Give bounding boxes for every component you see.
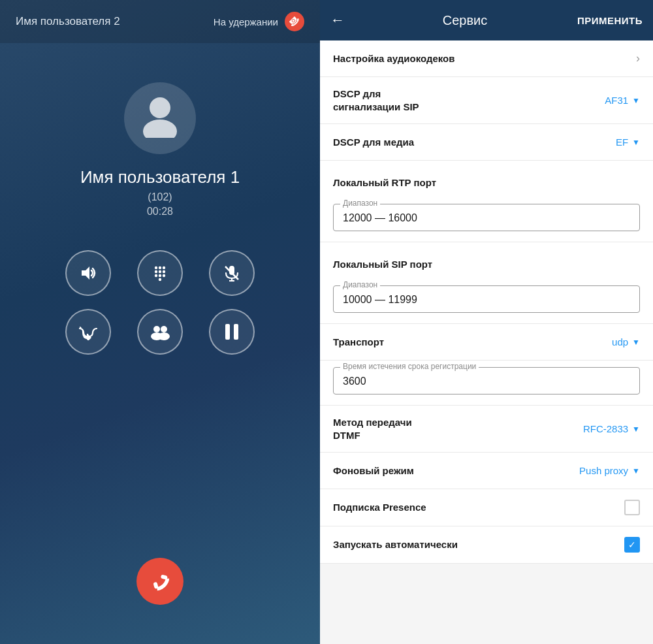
transport-dropdown-icon: ▼ (632, 338, 640, 347)
controls-row-2 (65, 309, 255, 355)
end-call-icon[interactable]: ☎ (281, 8, 308, 35)
dscp-sip-label: DSCP длясигнализации SIP (333, 88, 419, 113)
svg-point-20 (161, 326, 167, 332)
call-time: 00:28 (147, 206, 173, 217)
presence-item[interactable]: Подписка Presence (320, 489, 653, 526)
hold-label: На удержании (214, 16, 278, 27)
background-value: Push proxy ▼ (579, 465, 640, 476)
transfer-button[interactable] (65, 309, 111, 355)
right-panel: ← Сервис ПРИМЕНИТЬ Настройка аудиокодеко… (320, 0, 653, 644)
settings-list: Настройка аудиокодеков › DSCP длясигнали… (320, 40, 653, 644)
audio-codecs-item[interactable]: Настройка аудиокодеков › (320, 40, 653, 77)
dscp-media-value: EF ▼ (616, 137, 640, 148)
presence-checkbox[interactable] (624, 500, 640, 515)
rtp-port-input-group: Диапазон 12000 — 16000 (320, 197, 653, 242)
reg-expiry-floating-label: Время истечения срока регистрации (340, 362, 479, 371)
avatar-section: Имя пользователя 1 (102) 00:28 (80, 82, 240, 217)
svg-point-7 (159, 270, 161, 273)
rtp-port-input-wrapper[interactable]: Диапазон 12000 — 16000 (333, 204, 640, 231)
dtmf-value: RFC-2833 ▼ (583, 423, 640, 434)
dtmf-dropdown-icon: ▼ (632, 425, 640, 434)
audio-codecs-label: Настройка аудиокодеков (333, 52, 454, 65)
background-label: Фоновый режим (333, 464, 414, 477)
rtp-port-label: Локальный RTP порт (333, 176, 436, 189)
speaker-button[interactable] (65, 250, 111, 296)
svg-point-4 (159, 266, 161, 269)
svg-point-10 (159, 274, 161, 277)
rtp-port-floating-label: Диапазон (340, 199, 380, 208)
reg-expiry-value: 3600 (343, 376, 366, 387)
sip-port-label: Локальный SIP порт (333, 258, 432, 271)
svg-point-12 (159, 278, 161, 281)
svg-rect-22 (225, 324, 230, 340)
dscp-sip-item[interactable]: DSCP длясигнализации SIP AF31 ▼ (320, 77, 653, 124)
caller-number: (102) (148, 191, 172, 203)
left-header: Имя пользователя 2 На удержании ☎ (0, 0, 320, 43)
autostart-item[interactable]: Запускать автоматически ✓ (320, 526, 653, 564)
dscp-sip-dropdown-icon: ▼ (632, 96, 640, 105)
dscp-media-dropdown-icon: ▼ (632, 138, 640, 147)
svg-point-9 (155, 274, 157, 277)
svg-point-1 (143, 120, 177, 138)
transport-value: udp ▼ (612, 336, 640, 347)
chevron-right-icon: › (636, 52, 640, 65)
svg-point-21 (158, 332, 170, 340)
conference-button[interactable] (137, 309, 183, 355)
svg-point-3 (155, 266, 157, 269)
background-dropdown-icon: ▼ (632, 466, 640, 475)
dtmf-item[interactable]: Метод передачиDTMF RFC-2833 ▼ (320, 406, 653, 453)
svg-point-6 (155, 270, 157, 273)
left-header-title: Имя пользователя 2 (16, 15, 120, 28)
svg-rect-23 (234, 324, 238, 340)
dscp-media-label: DSCP для медиа (333, 136, 414, 149)
background-item[interactable]: Фоновый режим Push proxy ▼ (320, 453, 653, 489)
left-panel: Имя пользователя 2 На удержании ☎ Имя по… (0, 0, 320, 644)
presence-label: Подписка Presence (333, 501, 426, 514)
reg-expiry-input-group: Время истечения срока регистрации 3600 (320, 361, 653, 406)
sip-port-value: 10000 — 11999 (343, 294, 417, 305)
svg-marker-2 (82, 266, 89, 280)
dscp-media-item[interactable]: DSCP для медиа EF ▼ (320, 124, 653, 161)
svg-point-0 (150, 97, 170, 118)
svg-point-11 (163, 274, 165, 277)
end-call-button[interactable] (127, 548, 193, 615)
svg-point-18 (153, 326, 160, 332)
hold-container: На удержании ☎ (214, 12, 304, 31)
mute-button[interactable] (209, 250, 255, 296)
back-button[interactable]: ← (330, 12, 345, 29)
reg-expiry-input-wrapper[interactable]: Время истечения срока регистрации 3600 (333, 367, 640, 394)
transport-label: Транспорт (333, 336, 384, 349)
autostart-checkbox[interactable]: ✓ (624, 537, 640, 553)
dscp-sip-value: AF31 ▼ (605, 95, 640, 106)
sip-port-section: Локальный SIP порт (320, 242, 653, 279)
controls-row-1 (65, 250, 255, 296)
rtp-port-value: 12000 — 16000 (343, 212, 417, 223)
right-header: ← Сервис ПРИМЕНИТЬ (320, 0, 653, 40)
svg-point-5 (163, 266, 165, 269)
apply-button[interactable]: ПРИМЕНИТЬ (577, 15, 643, 26)
svg-point-8 (163, 270, 165, 273)
dtmf-label: Метод передачиDTMF (333, 416, 412, 442)
rtp-port-section: Локальный RTP порт (320, 161, 653, 197)
dialpad-button[interactable] (137, 250, 183, 296)
controls-section (65, 250, 255, 355)
person-icon (137, 92, 183, 144)
autostart-label: Запускать автоматически (333, 538, 458, 551)
sip-port-input-wrapper[interactable]: Диапазон 10000 — 11999 (333, 285, 640, 313)
sip-port-floating-label: Диапазон (340, 280, 380, 289)
page-title: Сервис (353, 13, 577, 28)
avatar (124, 82, 196, 154)
transport-item[interactable]: Транспорт udp ▼ (320, 324, 653, 361)
hold-button[interactable] (209, 309, 255, 355)
caller-name: Имя пользователя 1 (80, 167, 240, 187)
sip-port-input-group: Диапазон 10000 — 11999 (320, 279, 653, 324)
